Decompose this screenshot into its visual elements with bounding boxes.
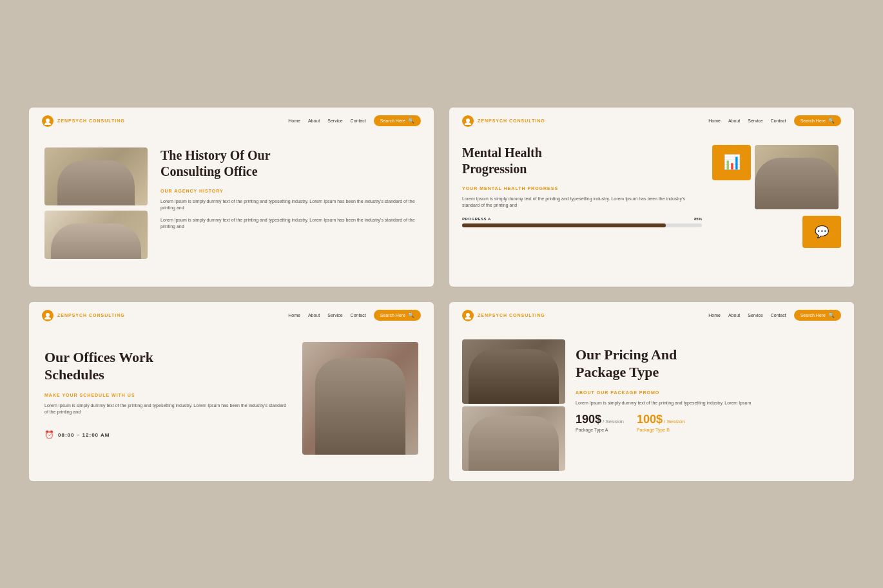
search-btn-label-4: Search Here — [801, 313, 826, 318]
nav-about-4[interactable]: About — [728, 313, 740, 318]
nav-links-2: Home About Service Contact Search Here 🔍 — [708, 115, 841, 126]
slide3-content: Our Offices Work Schedules MAKE YOUR SCH… — [29, 329, 434, 481]
nav-about-2[interactable]: About — [728, 119, 740, 123]
slide-3: ZENPSYCH CONSULTING Home About Service C… — [29, 302, 434, 481]
slide4-img-bottom — [462, 406, 565, 471]
nav-service-4[interactable]: Service — [748, 313, 762, 318]
svg-point-4 — [46, 313, 50, 317]
slide1-content: The History Of Our Consulting Office OUR… — [29, 135, 434, 287]
search-button-1[interactable]: Search Here 🔍 — [374, 115, 421, 126]
svg-point-2 — [466, 119, 470, 122]
logo-text-2: ZENPSYCH CONSULTING — [478, 119, 545, 123]
search-icon-1: 🔍 — [408, 118, 414, 124]
nav-about-1[interactable]: About — [308, 119, 320, 123]
logo-icon-1 — [42, 115, 53, 127]
nav-home-1[interactable]: Home — [288, 119, 300, 123]
slide3-subtitle: MAKE YOUR SCHEDULE WITH US — [44, 393, 289, 397]
search-icon-4: 🔍 — [828, 312, 835, 318]
search-btn-label-1: Search Here — [380, 119, 405, 123]
nav-3: ZENPSYCH CONSULTING Home About Service C… — [29, 302, 434, 329]
slide-1: ZENPSYCH CONSULTING Home About Service C… — [29, 108, 434, 287]
logo-1: ZENPSYCH CONSULTING — [42, 115, 288, 127]
nav-home-2[interactable]: Home — [708, 119, 721, 123]
slide1-images — [44, 147, 148, 259]
svg-point-1 — [44, 122, 51, 125]
slide3-img — [302, 342, 418, 455]
slide2-subtitle: YOUR MENTAL HEALTH PROGRESS — [462, 186, 702, 191]
logo-text-4: ZENPSYCH CONSULTING — [478, 313, 545, 318]
slide4-title-line2: Package Type — [576, 364, 659, 380]
slide2-right: 📊 💬 — [712, 145, 841, 248]
nav-contact-4[interactable]: Contact — [771, 313, 786, 318]
search-button-4[interactable]: Search Here 🔍 — [794, 310, 841, 321]
chat-icon: 💬 — [815, 225, 829, 239]
nav-2: ZENPSYCH CONSULTING Home About Service C… — [449, 108, 854, 135]
slide4-images — [462, 339, 565, 471]
logo-text-1: ZENPSYCH CONSULTING — [57, 119, 125, 123]
slide1-text: The History Of Our Consulting Office OUR… — [160, 147, 418, 236]
logo-4: ZENPSYCH CONSULTING — [462, 310, 708, 321]
slides-grid: ZENPSYCH CONSULTING Home About Service C… — [29, 108, 854, 481]
slide1-body2: Lorem Ipsum is simply dummy text of the … — [160, 217, 418, 231]
svg-point-6 — [466, 313, 470, 317]
price-item-b: 100$ / Session Package Type B — [637, 413, 685, 432]
time-text: 08:00 ~ 12:00 AM — [58, 432, 110, 438]
slide1-title: The History Of Our Consulting Office — [160, 147, 418, 180]
price-item-a: 190$ / Session Package Type A — [576, 413, 624, 432]
progress-bar-bg — [462, 223, 702, 227]
slide1-title-line2: Consulting Office — [160, 164, 258, 178]
nav-4: ZENPSYCH CONSULTING Home About Service C… — [449, 302, 854, 329]
nav-about-3[interactable]: About — [308, 313, 320, 318]
slide4-content: Our Pricing And Package Type ABOUT OUR P… — [449, 329, 854, 481]
progress-key: PROGRESS A — [462, 217, 491, 221]
slide3-left: Our Offices Work Schedules MAKE YOUR SCH… — [44, 342, 289, 440]
slide1-img-top — [44, 147, 148, 205]
search-icon-2: 🔍 — [828, 118, 835, 124]
price-b-value: 100$ — [637, 413, 663, 426]
slide3-title: Our Offices Work Schedules — [44, 348, 289, 384]
nav-home-3[interactable]: Home — [288, 313, 300, 318]
svg-point-3 — [465, 122, 471, 125]
svg-point-7 — [465, 317, 471, 319]
chat-box: 💬 — [802, 216, 841, 248]
nav-service-2[interactable]: Service — [748, 119, 762, 123]
price-a-value: 190$ — [576, 413, 601, 426]
search-button-3[interactable]: Search Here 🔍 — [374, 310, 421, 321]
logo-text-3: ZENPSYCH CONSULTING — [57, 313, 125, 318]
slide4-body: Lorem Ipsum is simply dummy text of the … — [576, 400, 841, 407]
svg-point-0 — [46, 119, 50, 122]
nav-home-4[interactable]: Home — [708, 313, 721, 318]
slide4-img-top — [462, 339, 565, 404]
progress-label-row: PROGRESS A 85% — [462, 217, 702, 221]
price-b-label: Package Type B — [637, 428, 685, 432]
time-badge: ⏰ 08:00 ~ 12:00 AM — [44, 430, 289, 440]
nav-links-1: Home About Service Contact Search Here 🔍 — [288, 115, 421, 126]
nav-service-1[interactable]: Service — [327, 119, 342, 123]
slide-2: ZENPSYCH CONSULTING Home About Service C… — [449, 108, 854, 287]
nav-service-3[interactable]: Service — [327, 313, 342, 318]
price-a-label: Package Type A — [576, 428, 624, 432]
slide4-subtitle: ABOUT OUR PACKAGE PROMO — [576, 390, 841, 395]
nav-contact-1[interactable]: Contact — [351, 119, 366, 123]
nav-contact-2[interactable]: Contact — [771, 119, 786, 123]
slide2-title: Mental Health Progression — [462, 145, 702, 177]
chart-icon: 📊 — [723, 154, 741, 171]
slide2-title-line1: Mental Health — [462, 146, 542, 160]
nav-1: ZENPSYCH CONSULTING Home About Service C… — [29, 108, 434, 135]
logo-icon-4 — [462, 310, 474, 321]
slide1-body1: Lorem Ipsum is simply dummy text of the … — [160, 198, 418, 212]
slide2-left: Mental Health Progression YOUR MENTAL HE… — [462, 145, 702, 227]
slide3-right — [302, 342, 418, 455]
chart-box: 📊 — [712, 145, 751, 180]
price-a-session: / Session — [603, 419, 624, 424]
progress-val: 85% — [694, 217, 702, 221]
slide3-title-line1: Our Offices Work — [44, 349, 153, 365]
nav-contact-3[interactable]: Contact — [351, 313, 366, 318]
slide-4: ZENPSYCH CONSULTING Home About Service C… — [449, 302, 854, 481]
search-button-2[interactable]: Search Here 🔍 — [794, 115, 841, 126]
slide2-body: Lorem Ipsum is simply dummy text of the … — [462, 196, 702, 209]
nav-links-3: Home About Service Contact Search Here 🔍 — [288, 310, 421, 321]
price-b-session: / Session — [664, 419, 685, 424]
progress-bar-fill — [462, 223, 666, 227]
logo-2: ZENPSYCH CONSULTING — [462, 115, 708, 127]
